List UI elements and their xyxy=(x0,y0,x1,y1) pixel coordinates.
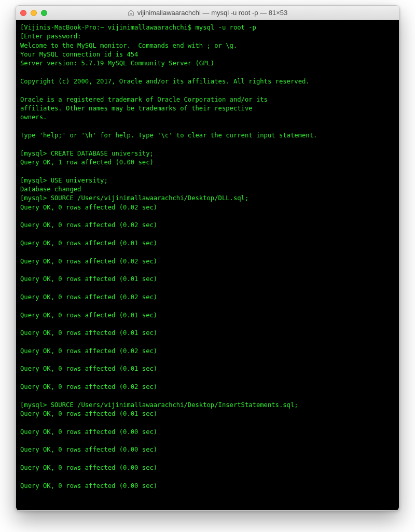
terminal-line xyxy=(20,167,395,176)
terminal-line xyxy=(20,491,395,499)
terminal-line: Query OK, 0 rows affected (0.00 sec) xyxy=(20,464,395,472)
terminal-line: Server version: 5.7.19 MySQL Community S… xyxy=(20,59,395,68)
terminal-line: Query OK, 0 rows affected (0.02 sec) xyxy=(20,347,395,356)
minimize-button[interactable] xyxy=(31,10,37,16)
terminal-line xyxy=(20,356,395,365)
terminal-line: Query OK, 0 rows affected (0.02 sec) xyxy=(20,221,395,230)
terminal-line: Query OK, 0 rows affected (0.00 sec) xyxy=(20,482,395,491)
terminal-line xyxy=(20,68,395,77)
traffic-lights xyxy=(20,10,47,16)
terminal-line: Query OK, 0 rows affected (0.01 sec) xyxy=(20,365,395,373)
zoom-button[interactable] xyxy=(41,10,47,16)
terminal-line: [mysql> CREATE DATABASE university; xyxy=(20,149,395,158)
terminal-line xyxy=(20,230,395,239)
terminal-line: affiliates. Other names may be trademark… xyxy=(20,104,395,113)
terminal-line xyxy=(20,391,395,400)
terminal-line: owners. xyxy=(20,113,395,122)
terminal-line: Query OK, 0 rows affected (0.01 sec) xyxy=(20,329,395,338)
terminal-line xyxy=(20,338,395,346)
terminal-line: Query OK, 0 rows affected (0.02 sec) xyxy=(20,257,395,266)
terminal-line: [mysql> SOURCE /Users/vijinimallawaarach… xyxy=(20,401,395,410)
terminal-window: vijinimallawaarachchi — mysql -u root -p… xyxy=(16,5,399,511)
terminal-output[interactable]: [Vijinis-MacBook-Pro:~ vijinimallawaarac… xyxy=(16,20,399,510)
terminal-line: Query OK, 0 rows affected (0.02 sec) xyxy=(20,203,395,212)
terminal-line: [Enter password: xyxy=(20,32,395,41)
terminal-line: Your MySQL connection id is 454 xyxy=(20,50,395,59)
terminal-line: Welcome to the MySQL monitor. Commands e… xyxy=(20,41,395,50)
terminal-line xyxy=(20,455,395,464)
home-icon xyxy=(128,9,134,16)
terminal-line xyxy=(20,248,395,257)
terminal-line xyxy=(20,320,395,329)
terminal-line: Query OK, 0 rows affected (0.02 sec) xyxy=(20,293,395,302)
window-title: vijinimallawaarachchi — mysql -u root -p… xyxy=(16,9,399,17)
terminal-line xyxy=(20,374,395,383)
terminal-line: Query OK, 0 rows affected (0.00 sec) xyxy=(20,445,395,454)
titlebar[interactable]: vijinimallawaarachchi — mysql -u root -p… xyxy=(16,6,399,20)
terminal-line xyxy=(20,302,395,311)
terminal-line xyxy=(20,122,395,131)
terminal-line xyxy=(20,140,395,149)
terminal-line: Oracle is a registered trademark of Orac… xyxy=(20,95,395,104)
terminal-line xyxy=(20,86,395,95)
terminal-line xyxy=(20,472,395,481)
terminal-line: Copyright (c) 2000, 2017, Oracle and/or … xyxy=(20,77,395,86)
terminal-line xyxy=(20,266,395,275)
terminal-line: [mysql> USE university; xyxy=(20,176,395,185)
terminal-line: Query OK, 0 rows affected (0.01 sec) xyxy=(20,311,395,320)
terminal-line: Query OK, 0 rows affected (0.01 sec) xyxy=(20,275,395,284)
window-title-text: vijinimallawaarachchi — mysql -u root -p… xyxy=(137,9,287,17)
terminal-line: Database changed xyxy=(20,185,395,194)
terminal-line: Query OK, 0 rows affected (0.01 sec) xyxy=(20,239,395,248)
terminal-line: Query OK, 0 rows affected (0.02 sec) xyxy=(20,383,395,391)
terminal-line: Query OK, 1 row affected (0.00 sec) xyxy=(20,158,395,167)
terminal-line xyxy=(20,437,395,445)
terminal-line: [mysql> SOURCE /Users/vijinimallawaarach… xyxy=(20,194,395,203)
terminal-line: Query OK, 0 rows affected (0.01 sec) xyxy=(20,410,395,418)
terminal-line: Type 'help;' or '\h' for help. Type '\c'… xyxy=(20,131,395,140)
terminal-line: [Vijinis-MacBook-Pro:~ vijinimallawaarac… xyxy=(20,23,395,32)
terminal-line xyxy=(20,284,395,293)
terminal-line: Query OK, 0 rows affected (0.00 sec) xyxy=(20,428,395,437)
terminal-line xyxy=(20,418,395,427)
terminal-line xyxy=(20,212,395,221)
close-button[interactable] xyxy=(20,10,26,16)
